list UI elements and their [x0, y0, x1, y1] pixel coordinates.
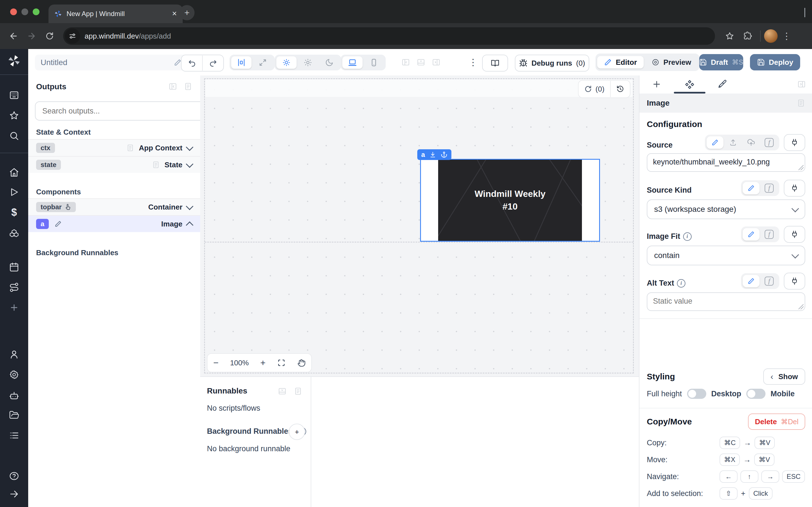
sidebar-item-billing[interactable]: $: [0, 205, 28, 220]
runnables-doc-icon[interactable]: [294, 387, 302, 395]
resize-handle[interactable]: [799, 165, 804, 170]
topbar-chevron-down-icon[interactable]: [186, 203, 193, 210]
full-height-mobile-toggle[interactable]: [746, 389, 765, 399]
app-canvas[interactable]: (0) a Windmill Weekly #10 − 100%: [200, 75, 639, 376]
topbar-badge[interactable]: topbar: [36, 202, 76, 212]
tab-search-chevron-icon[interactable]: [804, 8, 805, 17]
window-close-button[interactable]: [10, 8, 17, 15]
collapse-outputs-icon[interactable]: [168, 82, 177, 91]
sidebar-item-flows[interactable]: [0, 280, 28, 295]
insert-component-plus-icon[interactable]: [652, 79, 661, 89]
topbar-container-region[interactable]: [205, 79, 633, 97]
delete-component-button[interactable]: Delete ⌘Del: [748, 413, 805, 430]
more-options-kebab-icon[interactable]: ⋮: [469, 57, 477, 68]
preview-tab[interactable]: Preview: [645, 56, 698, 68]
anchor-icon[interactable]: [441, 151, 448, 158]
debug-runs-button[interactable]: Debug runs (0): [515, 55, 589, 71]
sidebar-item-apps[interactable]: [0, 88, 28, 103]
ctx-chevron-down-icon[interactable]: [186, 144, 193, 151]
source-connect-plug-icon[interactable]: [784, 134, 805, 151]
state-chevron-down-icon[interactable]: [186, 160, 193, 168]
fullwidth-canvas-button[interactable]: [253, 56, 273, 69]
alt-text-fx-icon[interactable]: f: [761, 275, 777, 287]
image-fit-select[interactable]: contain: [647, 245, 805, 265]
source-kind-fx-icon[interactable]: f: [761, 182, 777, 194]
sidebar-item-add[interactable]: [0, 300, 28, 315]
source-kind-pencil-icon[interactable]: [743, 182, 760, 194]
pan-hand-icon[interactable]: [297, 358, 306, 367]
toggle-right-panel-icon[interactable]: [432, 58, 441, 66]
theme-dark-moon-icon[interactable]: [319, 56, 340, 69]
sidebar-item-logs[interactable]: [0, 428, 28, 443]
component-doc-icon[interactable]: [797, 99, 805, 107]
desktop-view-button[interactable]: [342, 56, 363, 69]
edit-title-pencil-icon[interactable]: [174, 59, 182, 66]
search-input[interactable]: [41, 106, 200, 116]
fit-view-icon[interactable]: [277, 358, 286, 367]
zoom-in-button[interactable]: +: [260, 358, 266, 368]
sidebar-item-schedules[interactable]: [0, 260, 28, 274]
docs-book-button[interactable]: [482, 55, 508, 71]
add-background-runnable-button[interactable]: +: [289, 424, 305, 440]
refresh-app-button[interactable]: (0): [578, 85, 610, 94]
sidebar-item-favorites[interactable]: [0, 108, 28, 123]
source-kind-select[interactable]: s3 (workspace storage): [647, 200, 805, 219]
image-fit-pencil-icon[interactable]: [743, 228, 760, 240]
sidebar-item-resources[interactable]: [0, 226, 28, 240]
output-row-image-selected[interactable]: a Image: [28, 215, 200, 232]
runnables-collapse-icon[interactable]: [278, 387, 287, 395]
source-upload-icon[interactable]: [725, 136, 742, 149]
alt-text-connect-plug-icon[interactable]: [784, 273, 805, 290]
bookmark-star-icon[interactable]: [721, 27, 739, 45]
center-canvas-button[interactable]: [231, 56, 252, 69]
theme-light-sun-icon[interactable]: [298, 56, 318, 69]
rename-pencil-icon[interactable]: [54, 220, 62, 228]
source-field[interactable]: keynote/thumbnail_weekly_10.png: [647, 153, 805, 172]
image-fit-fx-icon[interactable]: f: [761, 228, 777, 240]
sidebar-item-help[interactable]: [0, 469, 28, 483]
back-icon[interactable]: [4, 27, 22, 45]
undo-button[interactable]: [182, 59, 202, 67]
tab-close-icon[interactable]: ✕: [172, 10, 177, 17]
redo-button[interactable]: [203, 59, 223, 67]
alt-text-pencil-icon[interactable]: [743, 275, 760, 287]
output-row-state[interactable]: state State: [28, 156, 200, 173]
outputs-search[interactable]: [35, 101, 206, 121]
collapse-inspector-icon[interactable]: [797, 80, 806, 89]
show-styling-button[interactable]: ‹ Show: [763, 369, 805, 385]
ctx-badge[interactable]: ctx: [36, 143, 55, 153]
site-settings-icon[interactable]: [65, 29, 80, 44]
window-minimize-button[interactable]: [21, 8, 28, 15]
browser-menu-icon[interactable]: ⋮: [777, 27, 796, 45]
alt-text-input[interactable]: [647, 293, 805, 311]
sidebar-item-account[interactable]: [0, 347, 28, 362]
editor-tab[interactable]: Editor: [597, 56, 644, 68]
alt-text-info-icon[interactable]: i: [677, 279, 686, 288]
alt-text-field[interactable]: [647, 292, 805, 311]
selected-component-tag[interactable]: a: [417, 149, 451, 160]
zoom-out-button[interactable]: −: [213, 358, 218, 368]
source-kind-connect-plug-icon[interactable]: [784, 180, 805, 196]
sidebar-item-home[interactable]: [0, 165, 28, 180]
source-fx-icon[interactable]: f: [761, 136, 777, 149]
sidebar-collapse-arrow-icon[interactable]: [0, 487, 28, 501]
full-height-desktop-toggle[interactable]: [687, 389, 706, 399]
sidebar-item-search[interactable]: [0, 128, 28, 143]
toggle-bottom-panel-icon[interactable]: [417, 58, 425, 66]
new-tab-button[interactable]: +: [179, 5, 195, 20]
component-a-badge[interactable]: a: [36, 219, 49, 229]
deploy-button[interactable]: Deploy: [750, 54, 800, 70]
profile-avatar[interactable]: [764, 29, 777, 43]
sidebar-item-folders[interactable]: [0, 408, 28, 422]
draft-button[interactable]: Draft ⌘S: [699, 54, 743, 70]
windmill-logo[interactable]: [0, 54, 28, 68]
styling-brush-icon[interactable]: [717, 79, 727, 89]
source-value-input[interactable]: keynote/thumbnail_weekly_10.png: [647, 154, 805, 171]
image-component-selected[interactable]: Windmill Weekly #10: [420, 159, 600, 242]
app-title-field[interactable]: Untitled: [35, 55, 187, 70]
address-bar[interactable]: app.windmill.dev/apps/add: [63, 27, 715, 45]
toggle-left-panel-icon[interactable]: [402, 58, 410, 66]
reload-icon[interactable]: [41, 27, 59, 45]
source-cloud-upload-icon[interactable]: [743, 136, 760, 149]
extensions-icon[interactable]: [739, 27, 757, 45]
